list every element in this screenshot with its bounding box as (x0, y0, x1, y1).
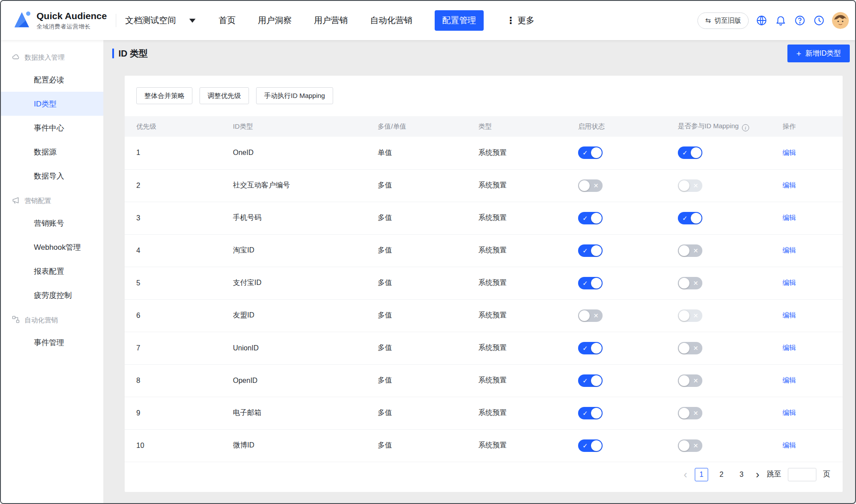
edit-link[interactable]: 编辑 (783, 214, 796, 221)
sidebar-item-data-import[interactable]: 数据导入 (1, 164, 103, 188)
mapping-toggle[interactable] (678, 439, 702, 452)
cell-type: 系统预置 (478, 137, 578, 169)
workspace-name: 文档测试空间 (125, 15, 176, 26)
manual-id-mapping-button[interactable]: 手动执行ID Mapping (256, 87, 333, 104)
prev-page-button[interactable]: ‹ (683, 469, 688, 480)
sidebar-item-data-source[interactable]: 数据源 (1, 140, 103, 164)
enabled-toggle[interactable] (578, 439, 603, 452)
adjust-priority-button[interactable]: 调整优先级 (200, 87, 249, 104)
mapping-toggle[interactable] (678, 212, 702, 224)
mapping-toggle[interactable] (678, 179, 702, 192)
table-row: 5 支付宝ID 多值 系统预置 编辑 (125, 267, 843, 299)
mapping-toggle[interactable] (678, 277, 702, 289)
nav-item-user-insight[interactable]: 用户洞察 (258, 15, 292, 26)
jump-page-input[interactable] (788, 468, 816, 481)
table-row: 8 OpenID 多值 系统预置 编辑 (125, 364, 843, 397)
sidebar-item-event-management[interactable]: 事件管理 (1, 330, 103, 354)
sidebar-group-automation: 自动化营销 (1, 310, 103, 330)
table-row: 4 淘宝ID 多值 系统预置 编辑 (125, 234, 843, 267)
edit-link[interactable]: 编辑 (783, 409, 796, 416)
clock-icon[interactable] (813, 14, 825, 27)
topbar-actions: ⇆ 切至旧版 (697, 12, 849, 29)
nav-item-more[interactable]: ⋮ 更多 (506, 15, 534, 26)
mapping-toggle[interactable] (678, 374, 702, 387)
cell-type: 系统预置 (478, 169, 578, 202)
page-button-1[interactable]: 1 (695, 468, 708, 481)
edit-link[interactable]: 编辑 (783, 344, 796, 351)
nav-item-home[interactable]: 首页 (219, 15, 236, 26)
enabled-toggle[interactable] (578, 342, 603, 354)
cell-id-type: 友盟ID (233, 299, 378, 332)
cell-type: 系统预置 (478, 202, 578, 234)
info-icon[interactable]: i (742, 124, 749, 131)
cell-priority: 4 (125, 234, 233, 267)
bell-icon[interactable] (774, 14, 787, 27)
sidebar-item-event-center[interactable]: 事件中心 (1, 116, 103, 140)
page-button-3[interactable]: 3 (735, 468, 748, 481)
edit-link[interactable]: 编辑 (783, 376, 796, 384)
sidebar-item-webhook[interactable]: Webhook管理 (1, 235, 103, 259)
next-page-button[interactable]: › (755, 469, 760, 480)
brand-title: Quick Audience (37, 11, 107, 21)
cell-value-mode: 多值 (378, 234, 478, 267)
sidebar-item-fatigue-control[interactable]: 疲劳度控制 (1, 283, 103, 307)
merge-strategy-button[interactable]: 整体合并策略 (136, 87, 192, 104)
edit-link[interactable]: 编辑 (783, 149, 796, 156)
edit-link[interactable]: 编辑 (783, 181, 796, 189)
sidebar-item-marketing-account[interactable]: 营销账号 (1, 211, 103, 235)
table-row: 3 手机号码 多值 系统预置 编辑 (125, 202, 843, 234)
cell-priority: 10 (125, 429, 233, 462)
header-priority: 优先级 (125, 116, 233, 137)
card-toolbar: 整体合并策略 调整优先级 手动执行ID Mapping (125, 87, 843, 104)
enabled-toggle[interactable] (578, 244, 603, 257)
cell-id-type: 淘宝ID (233, 234, 378, 267)
cell-id-type: 微博ID (233, 429, 378, 462)
cell-type: 系统预置 (478, 267, 578, 299)
cell-type: 系统预置 (478, 364, 578, 397)
nav-item-automation-marketing[interactable]: 自动化营销 (370, 15, 412, 26)
table-row: 10 微博ID 多值 系统预置 编辑 (125, 429, 843, 462)
nav-item-config-management[interactable]: 配置管理 (435, 10, 484, 31)
app-window: Quick Audience 全域消费者运营增长 文档测试空间 首页 用户洞察 … (0, 0, 856, 504)
sidebar-item-report-config[interactable]: 报表配置 (1, 259, 103, 283)
cell-id-type: UnionID (233, 332, 378, 364)
edit-link[interactable]: 编辑 (783, 311, 796, 319)
table-header-row: 优先级 ID类型 多值/单值 类型 启用状态 是否参与ID Mappingi 操… (125, 116, 843, 137)
avatar[interactable] (832, 12, 849, 29)
cell-type: 系统预置 (478, 332, 578, 364)
enabled-toggle[interactable] (578, 407, 603, 419)
edit-link[interactable]: 编辑 (783, 246, 796, 254)
id-type-card: 整体合并策略 调整优先级 手动执行ID Mapping 优先级 ID类型 多值/… (125, 76, 843, 492)
mapping-toggle[interactable] (678, 244, 702, 257)
enabled-toggle[interactable] (578, 212, 603, 224)
enabled-toggle[interactable] (578, 277, 603, 289)
help-icon[interactable] (794, 14, 806, 27)
enabled-toggle[interactable] (578, 309, 603, 322)
quick-audience-logo (12, 9, 32, 32)
page-button-2[interactable]: 2 (715, 468, 728, 481)
workspace-selector[interactable]: 文档测试空间 (125, 15, 196, 26)
sidebar-item-id-type[interactable]: ID类型 (1, 92, 103, 116)
nav-more-label: 更多 (518, 15, 534, 26)
mapping-toggle[interactable] (678, 342, 702, 354)
pagination: ‹ 1 2 3 › 跳至 页 (125, 466, 843, 484)
enabled-toggle[interactable] (578, 146, 603, 159)
edit-link[interactable]: 编辑 (783, 441, 796, 449)
mapping-toggle[interactable] (678, 309, 702, 322)
sidebar-item-config-readme[interactable]: 配置必读 (1, 68, 103, 92)
cell-type: 系统预置 (478, 397, 578, 429)
globe-icon[interactable] (755, 14, 768, 27)
enabled-toggle[interactable] (578, 179, 603, 192)
id-type-table-body: 1 OneID 单值 系统预置 编辑 2 社交互动客户编号 多值 系统预置 (125, 137, 843, 462)
enabled-toggle[interactable] (578, 374, 603, 387)
sidebar-group-label: 数据接入管理 (24, 53, 65, 62)
mapping-toggle[interactable] (678, 146, 702, 159)
switch-old-version-button[interactable]: ⇆ 切至旧版 (697, 12, 749, 29)
nav-item-user-marketing[interactable]: 用户营销 (314, 15, 348, 26)
edit-link[interactable]: 编辑 (783, 279, 796, 286)
table-row: 1 OneID 单值 系统预置 编辑 (125, 137, 843, 169)
add-id-type-button[interactable]: + 新增ID类型 (787, 45, 850, 62)
cell-priority: 6 (125, 299, 233, 332)
mapping-toggle[interactable] (678, 407, 702, 419)
cell-priority: 3 (125, 202, 233, 234)
